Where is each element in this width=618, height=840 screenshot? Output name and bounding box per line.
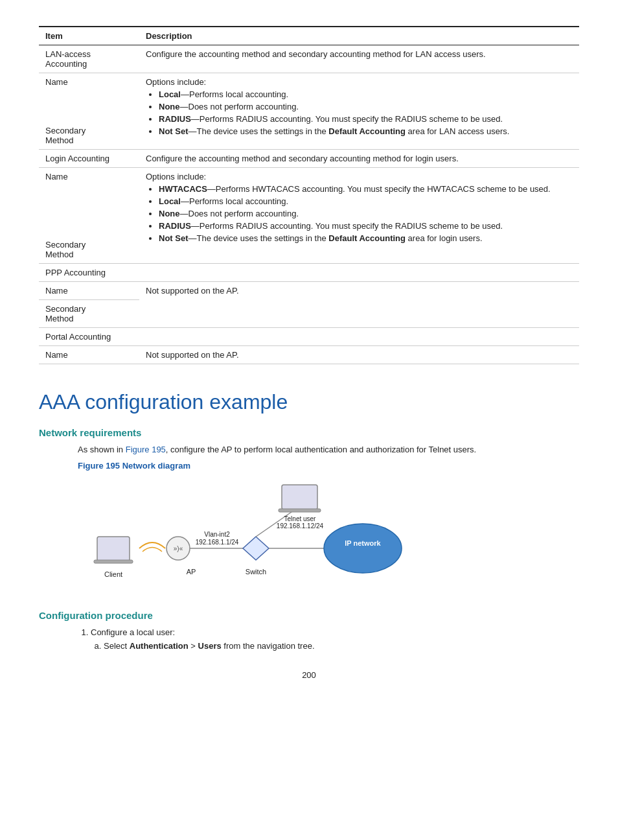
table-row: LAN-access Accounting Configure the acco… — [39, 45, 579, 73]
item-cell: NameSecondaryMethod — [39, 73, 139, 150]
item-cell: Name — [39, 282, 139, 300]
svg-text:»)«: »)« — [174, 545, 183, 552]
col-header-description: Description — [139, 27, 579, 45]
figure-195-link[interactable]: Figure 195 — [126, 445, 166, 454]
desc-cell: Not supported on the AP. — [139, 346, 579, 364]
svg-text:Telnet user: Telnet user — [284, 515, 317, 522]
svg-text:Client: Client — [104, 570, 122, 578]
desc-cell: Not supported on the AP. — [139, 282, 579, 328]
network-diagram: Client AP »)« Vlan-int2 192.168.1.1/24 S… — [78, 478, 579, 590]
item-cell: Name — [39, 346, 139, 364]
item-cell: LAN-access Accounting — [39, 45, 139, 73]
svg-rect-13 — [279, 509, 321, 512]
main-table: Item Description LAN-access Accounting C… — [39, 26, 579, 364]
svg-point-17 — [324, 524, 402, 573]
config-procedure-section: Configuration procedure Configure a loca… — [39, 610, 579, 651]
svg-text:Switch: Switch — [246, 568, 266, 576]
item-cell: Login Accounting — [39, 150, 139, 168]
item-cell: Portal Accounting — [39, 328, 139, 346]
table-row: Portal Accounting — [39, 328, 579, 346]
desc-cell: Configure the accounting method and seco… — [139, 150, 579, 168]
col-header-item: Item — [39, 27, 139, 45]
svg-rect-12 — [282, 485, 317, 509]
desc-cell: Configure the accounting method and seco… — [139, 45, 579, 73]
svg-rect-1 — [94, 560, 133, 563]
list-item: Configure a local user: Select Authentic… — [91, 627, 579, 651]
list-item: Select Authentication > Users from the n… — [104, 641, 579, 651]
svg-text:192.168.1.12/24: 192.168.1.12/24 — [277, 522, 324, 530]
table-row: PPP Accounting — [39, 264, 579, 282]
desc-cell: Options include: Local—Performs local ac… — [139, 73, 579, 150]
table-row: NameSecondaryMethod Options include: Loc… — [39, 73, 579, 150]
svg-text:AP: AP — [187, 568, 196, 576]
table-row: Login Accounting Configure the accountin… — [39, 150, 579, 168]
config-procedure-heading: Configuration procedure — [39, 610, 579, 621]
svg-text:IP network: IP network — [345, 539, 381, 547]
table-row: Name Not supported on the AP. — [39, 346, 579, 364]
svg-rect-0 — [97, 537, 130, 561]
figure-caption: Figure 195 Network diagram — [78, 461, 579, 471]
network-requirements-text: As shown in Figure 195, configure the AP… — [78, 445, 579, 454]
svg-text:192.168.1.1/24: 192.168.1.1/24 — [196, 539, 239, 546]
item-cell: PPP Accounting — [39, 264, 139, 282]
desc-cell: Options include: HWTACACS—Performs HWTAC… — [139, 168, 579, 264]
item-cell: NameSecondaryMethod — [39, 168, 139, 264]
svg-text:Vlan-int2: Vlan-int2 — [204, 531, 230, 538]
svg-marker-9 — [243, 537, 269, 560]
table-row: NameSecondaryMethod Options include: HWT… — [39, 168, 579, 264]
network-requirements-heading: Network requirements — [39, 427, 579, 438]
desc-cell — [139, 264, 579, 282]
desc-cell — [139, 328, 579, 346]
config-steps: Configure a local user: Select Authentic… — [78, 627, 579, 651]
aaa-heading: AAA configuration example — [39, 390, 579, 414]
item-cell: SecondaryMethod — [39, 300, 139, 328]
page-number: 200 — [39, 670, 579, 680]
table-row: Name Not supported on the AP. — [39, 282, 579, 300]
